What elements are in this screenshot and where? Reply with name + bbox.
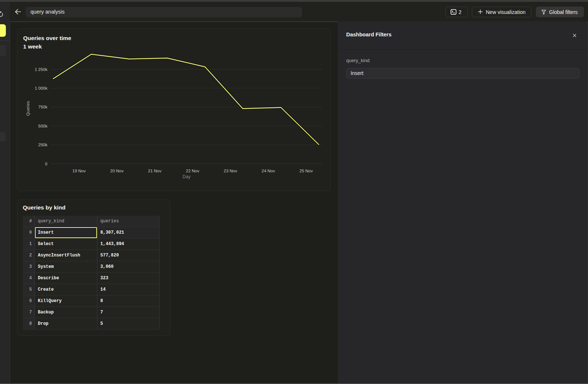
svg-text:Day: Day bbox=[183, 174, 190, 179]
svg-text:500k: 500k bbox=[38, 124, 47, 128]
svg-text:23 Nov: 23 Nov bbox=[224, 169, 237, 173]
svg-text:24 Nov: 24 Nov bbox=[262, 169, 275, 173]
svg-text:1 000k: 1 000k bbox=[35, 86, 47, 90]
svg-text:Queries: Queries bbox=[26, 101, 30, 116]
svg-text:25 Nov: 25 Nov bbox=[300, 169, 313, 173]
svg-text:1 250k: 1 250k bbox=[35, 67, 47, 72]
svg-text:19 Nov: 19 Nov bbox=[72, 169, 86, 173]
svg-text:22 Nov: 22 Nov bbox=[186, 169, 200, 173]
svg-text:21 Nov: 21 Nov bbox=[148, 169, 162, 173]
svg-text:20 Nov: 20 Nov bbox=[110, 169, 124, 173]
svg-text:250k: 250k bbox=[38, 143, 47, 147]
svg-text:0: 0 bbox=[45, 162, 47, 166]
svg-text:750k: 750k bbox=[38, 105, 47, 109]
